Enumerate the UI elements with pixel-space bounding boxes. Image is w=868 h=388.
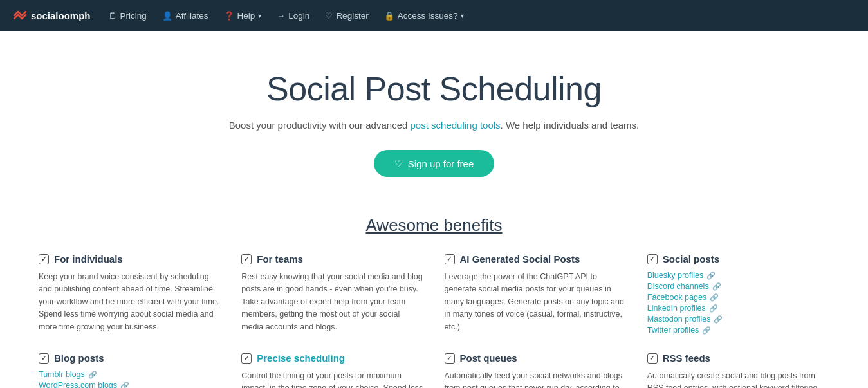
help-dropdown-icon: ▾ xyxy=(258,12,261,19)
login-icon: → xyxy=(277,11,285,21)
benefit-scheduling-title: Precise scheduling xyxy=(257,353,345,364)
nav-affiliates-label: Affiliates xyxy=(176,11,208,21)
check-icon-social: ✓ xyxy=(647,254,658,264)
check-icon-blog: ✓ xyxy=(39,353,49,364)
benefit-rss-feeds-header: ✓ RSS feeds xyxy=(647,353,829,364)
benefit-ai-title: AI Generated Social Posts xyxy=(460,254,580,264)
affiliates-icon: 👤 xyxy=(162,11,172,21)
hero-subtitle-link[interactable]: post scheduling tools xyxy=(411,120,501,131)
discord-label: Discord channels xyxy=(647,282,709,291)
hero-section: Social Post Scheduling Boost your produc… xyxy=(0,31,868,203)
signup-button[interactable]: ♡ Sign up for free xyxy=(374,150,495,177)
nav-register[interactable]: ♡ Register xyxy=(319,7,374,24)
linkedin-link-icon: 🔗 xyxy=(709,304,718,313)
benefit-individuals: ✓ For individuals Keep your brand voice … xyxy=(39,254,221,335)
benefit-individuals-body: Keep your brand voice consistent by sche… xyxy=(39,271,221,333)
mastodon-label: Mastodon profiles xyxy=(647,315,711,324)
link-linkedin[interactable]: LinkedIn profiles 🔗 xyxy=(647,304,829,313)
pricing-icon: 🗒 xyxy=(109,11,117,21)
benefit-teams-title: For teams xyxy=(257,254,303,264)
check-icon-queues: ✓ xyxy=(445,353,455,364)
navbar: socialoomph 🗒 Pricing 👤 Affiliates ❓ Hel… xyxy=(0,0,868,31)
benefit-social-posts-header: ✓ Social posts xyxy=(647,254,829,264)
link-twitter[interactable]: Twitter profiles 🔗 xyxy=(647,326,829,335)
twitter-link-icon: 🔗 xyxy=(702,326,711,335)
link-mastodon[interactable]: Mastodon profiles 🔗 xyxy=(647,315,829,324)
nav-login[interactable]: → Login xyxy=(270,7,316,24)
benefit-post-queues-body: Automatically feed your social networks … xyxy=(445,370,627,388)
benefit-scheduling-header: ✓ Precise scheduling xyxy=(241,353,423,364)
twitter-label: Twitter profiles xyxy=(647,326,699,335)
benefit-rss-feeds-title: RSS feeds xyxy=(663,353,710,364)
benefit-blog-posts-title: Blog posts xyxy=(54,353,104,364)
register-icon: ♡ xyxy=(325,11,333,21)
benefits-grid: ✓ For individuals Keep your brand voice … xyxy=(39,254,829,388)
benefit-ai-header: ✓ AI Generated Social Posts xyxy=(445,254,627,264)
hero-title: Social Post Scheduling xyxy=(13,69,855,108)
check-icon-scheduling: ✓ xyxy=(241,353,252,364)
nav-register-label: Register xyxy=(336,11,368,21)
nav-help-label: Help xyxy=(237,11,255,21)
check-icon-rss: ✓ xyxy=(647,353,658,364)
nav-login-label: Login xyxy=(288,11,309,21)
benefits-section: Awesome benefits ✓ For individuals Keep … xyxy=(0,203,868,388)
benefit-scheduling: ✓ Precise scheduling Control the timing … xyxy=(241,353,423,388)
benefits-title: Awesome benefits xyxy=(39,216,829,236)
help-icon: ❓ xyxy=(224,11,234,21)
benefit-teams-body: Rest easy knowing that your social media… xyxy=(241,271,423,333)
nav-help[interactable]: ❓ Help ▾ xyxy=(217,7,268,24)
link-bluesky[interactable]: Bluesky profiles 🔗 xyxy=(647,271,829,280)
benefit-teams: ✓ For teams Rest easy knowing that your … xyxy=(241,254,423,335)
link-facebook[interactable]: Facebook pages 🔗 xyxy=(647,293,829,302)
benefit-post-queues-title: Post queues xyxy=(460,353,517,364)
benefit-blog-posts-header: ✓ Blog posts xyxy=(39,353,221,364)
bluesky-link-icon: 🔗 xyxy=(706,272,716,280)
logo[interactable]: socialoomph xyxy=(13,10,91,21)
logo-text: socialoomph xyxy=(31,10,91,21)
nav-pricing[interactable]: 🗒 Pricing xyxy=(102,7,153,24)
benefit-scheduling-body: Control the timing of your posts for max… xyxy=(241,370,423,388)
signup-heart-icon: ♡ xyxy=(394,158,403,169)
wpcom-link-icon: 🔗 xyxy=(120,382,129,389)
hero-subtitle: Boost your productivity with our advance… xyxy=(13,120,855,131)
access-dropdown-icon: ▾ xyxy=(461,12,464,19)
discord-link-icon: 🔗 xyxy=(712,282,721,291)
check-icon-teams: ✓ xyxy=(241,254,252,264)
nav-access[interactable]: 🔒 Access Issues? ▾ xyxy=(378,7,471,24)
access-icon: 🔒 xyxy=(384,11,394,21)
benefit-individuals-header: ✓ For individuals xyxy=(39,254,221,264)
benefit-post-queues: ✓ Post queues Automatically feed your so… xyxy=(445,353,627,388)
benefit-individuals-title: For individuals xyxy=(54,254,123,264)
check-icon-ai: ✓ xyxy=(445,254,455,264)
wpcom-label: WordPress.com blogs xyxy=(39,381,117,388)
mastodon-link-icon: 🔗 xyxy=(714,315,723,324)
benefit-rss-feeds-body: Automatically create social and blog pos… xyxy=(647,370,829,388)
benefit-ai-body: Leverage the power of the ChatGPT API to… xyxy=(445,271,627,333)
tumblr-link-icon: 🔗 xyxy=(88,371,97,379)
logo-icon xyxy=(13,10,27,21)
link-tumblr[interactable]: Tumblr blogs 🔗 xyxy=(39,370,221,379)
facebook-link-icon: 🔗 xyxy=(710,293,719,302)
benefit-post-queues-header: ✓ Post queues xyxy=(445,353,627,364)
benefit-social-posts: ✓ Social posts Bluesky profiles 🔗 Discor… xyxy=(647,254,829,335)
link-wpcom[interactable]: WordPress.com blogs 🔗 xyxy=(39,381,221,388)
check-icon-individuals: ✓ xyxy=(39,254,49,264)
benefit-blog-posts: ✓ Blog posts Tumblr blogs 🔗 WordPress.co… xyxy=(39,353,221,388)
tumblr-label: Tumblr blogs xyxy=(39,370,85,379)
benefit-social-posts-title: Social posts xyxy=(663,254,719,264)
bluesky-label: Bluesky profiles xyxy=(647,271,704,280)
benefit-teams-header: ✓ For teams xyxy=(241,254,423,264)
nav-affiliates[interactable]: 👤 Affiliates xyxy=(156,7,215,24)
benefit-ai: ✓ AI Generated Social Posts Leverage the… xyxy=(445,254,627,335)
benefit-rss-feeds: ✓ RSS feeds Automatically create social … xyxy=(647,353,829,388)
link-discord[interactable]: Discord channels 🔗 xyxy=(647,282,829,291)
facebook-label: Facebook pages xyxy=(647,293,706,302)
nav-access-label: Access Issues? xyxy=(398,11,458,21)
signup-button-label: Sign up for free xyxy=(408,158,474,169)
linkedin-label: LinkedIn profiles xyxy=(647,304,706,313)
nav-pricing-label: Pricing xyxy=(120,11,147,21)
